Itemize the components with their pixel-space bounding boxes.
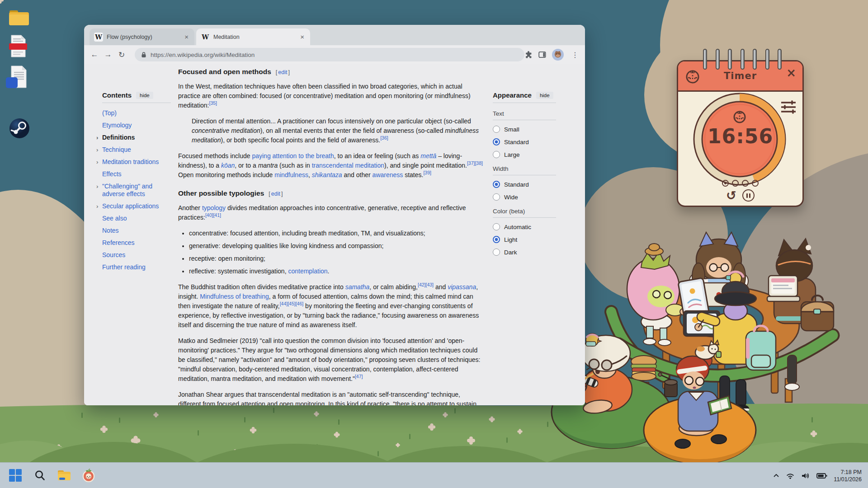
session-dot	[722, 180, 729, 187]
article-link[interactable]: kōan	[221, 162, 235, 169]
appearance-option-large[interactable]: Large	[493, 151, 556, 158]
appearance-option-light[interactable]: Light	[493, 236, 556, 243]
toc-item[interactable]: ›Technique	[102, 146, 171, 154]
text-run: ), and single point meditation.	[384, 162, 467, 169]
article-link[interactable]: typology	[202, 204, 226, 211]
tab-flow-psychology[interactable]: W Flow (psychology) ×	[90, 28, 194, 45]
toc-item[interactable]: Sources	[102, 251, 171, 259]
battery-icon[interactable]	[816, 473, 827, 479]
radio-icon[interactable]	[493, 223, 500, 230]
appearance-option-small[interactable]: Small	[493, 126, 556, 133]
edit-link[interactable]: edit	[278, 69, 287, 75]
text-run: Open monitoring methods include	[178, 171, 274, 178]
folder-icon[interactable]	[9, 9, 29, 28]
reference-link[interactable]: [35]	[209, 100, 217, 106]
appearance-option-dark[interactable]: Dark	[493, 249, 556, 256]
tab-close-icon[interactable]: ×	[183, 33, 190, 41]
profile-avatar[interactable]	[552, 49, 564, 61]
appearance-hide-button[interactable]: hide	[536, 92, 553, 99]
option-label: Wide	[504, 194, 518, 201]
chevron-right-icon[interactable]: ›	[96, 134, 98, 141]
file-explorer-button[interactable]	[57, 468, 71, 483]
search-button[interactable]	[33, 468, 47, 483]
chevron-right-icon[interactable]: ›	[96, 202, 98, 210]
word-document-icon[interactable]	[6, 66, 28, 90]
article-link[interactable]: awareness	[373, 171, 403, 178]
article-link[interactable]: shikantaza	[312, 171, 342, 178]
reference-link[interactable]: [37][38]	[467, 160, 483, 166]
radio-icon[interactable]	[493, 249, 500, 256]
list-item: generative: developing qualities like lo…	[189, 241, 484, 251]
toc-item[interactable]: (Top)	[102, 109, 171, 117]
reference-link[interactable]: [36]	[380, 135, 388, 141]
option-label: Dark	[504, 249, 517, 256]
back-button[interactable]: ←	[88, 50, 101, 59]
radio-selected-icon[interactable]	[493, 236, 500, 243]
extensions-puzzle-icon[interactable]	[525, 51, 533, 59]
appearance-option-automatic[interactable]: Automatic	[493, 223, 556, 230]
article-link[interactable]: paying attention to the breath	[252, 152, 334, 160]
edit-link[interactable]: edit	[271, 191, 280, 197]
forward-button[interactable]: →	[101, 50, 115, 59]
pdf-document-icon[interactable]	[8, 35, 28, 59]
windows-start-button[interactable]	[8, 468, 23, 483]
chevron-right-icon[interactable]: ›	[96, 158, 98, 166]
toc-item[interactable]: ›Secular applications	[102, 202, 171, 210]
toc-item[interactable]: ›"Challenging" and adverse effects	[102, 183, 171, 198]
toc-item[interactable]: ›Definitions	[102, 134, 171, 141]
side-panel-icon[interactable]	[538, 51, 546, 58]
toc-item[interactable]: ›Meditation traditions	[102, 158, 171, 166]
toc-item[interactable]: Notes	[102, 227, 171, 235]
appearance-option-standard[interactable]: Standard	[493, 138, 556, 145]
article-link[interactable]: Mindfulness of breathing	[200, 293, 269, 300]
pause-icon[interactable]	[742, 189, 755, 202]
binder-ring	[716, 49, 720, 70]
text-run: generative: developing qualities like lo…	[189, 242, 383, 249]
tray-clock[interactable]: 7:18 PM 11/01/2026	[834, 469, 862, 483]
toc-item[interactable]: See also	[102, 215, 171, 222]
toc-item[interactable]: Effects	[102, 170, 171, 178]
tray-chevron-icon[interactable]	[773, 474, 779, 478]
radio-selected-icon[interactable]	[493, 181, 500, 188]
toc-item[interactable]: References	[102, 239, 171, 247]
tab-meditation[interactable]: W Meditation ×	[196, 28, 310, 45]
article-link[interactable]: samatha	[345, 283, 370, 291]
reference-link[interactable]: [39]	[423, 170, 431, 175]
reference-link[interactable]: [40][41]	[205, 212, 221, 218]
wifi-icon[interactable]	[786, 472, 795, 479]
radio-icon[interactable]	[493, 151, 500, 158]
reference-link[interactable]: [42][43]	[418, 282, 434, 287]
appearance-option-standard[interactable]: Standard	[493, 181, 556, 188]
steam-icon[interactable]	[9, 118, 30, 141]
chevron-right-icon[interactable]: ›	[96, 146, 98, 154]
reference-link[interactable]: [44][45][46]	[280, 301, 304, 306]
article-link[interactable]: mindfulness	[274, 171, 308, 178]
article-link[interactable]: contemplation	[288, 267, 327, 275]
paragraph: Jonathan Shear argues that transcendenta…	[178, 390, 484, 405]
reload-button[interactable]: ↻	[115, 50, 128, 60]
reference-link[interactable]: [47]	[355, 374, 363, 379]
tomato-timer-app-icon	[81, 468, 96, 483]
address-bar[interactable]: https://en.wikipedia.org/wiki/Meditation	[135, 48, 524, 61]
url-text: https://en.wikipedia.org/wiki/Meditation	[151, 52, 255, 58]
article-link[interactable]: transcendental meditation	[312, 162, 384, 169]
radio-selected-icon[interactable]	[493, 138, 500, 145]
radio-icon[interactable]	[493, 126, 500, 133]
contents-hide-button[interactable]: hide	[136, 92, 153, 99]
tomato-timer-app-button[interactable]	[81, 468, 96, 483]
article-link[interactable]: mettā	[420, 152, 436, 160]
kebab-menu-icon[interactable]: ⋮	[570, 51, 580, 59]
tab-close-icon[interactable]: ×	[299, 33, 306, 41]
restart-icon[interactable]: ↺	[726, 189, 736, 202]
toc-item-label: Secular applications	[102, 202, 159, 210]
text-run: mantra	[258, 162, 278, 169]
close-icon[interactable]: ×	[786, 66, 796, 80]
toc-item[interactable]: Further reading	[102, 263, 171, 271]
appearance-option-wide[interactable]: Wide	[493, 193, 556, 201]
chevron-right-icon[interactable]: ›	[96, 183, 98, 190]
volume-icon[interactable]	[801, 472, 810, 479]
toc-item[interactable]: Etymology	[102, 122, 171, 129]
radio-icon[interactable]	[493, 193, 500, 201]
appearance-title: Appearance	[493, 91, 532, 99]
article-link[interactable]: vipassana	[448, 283, 476, 291]
